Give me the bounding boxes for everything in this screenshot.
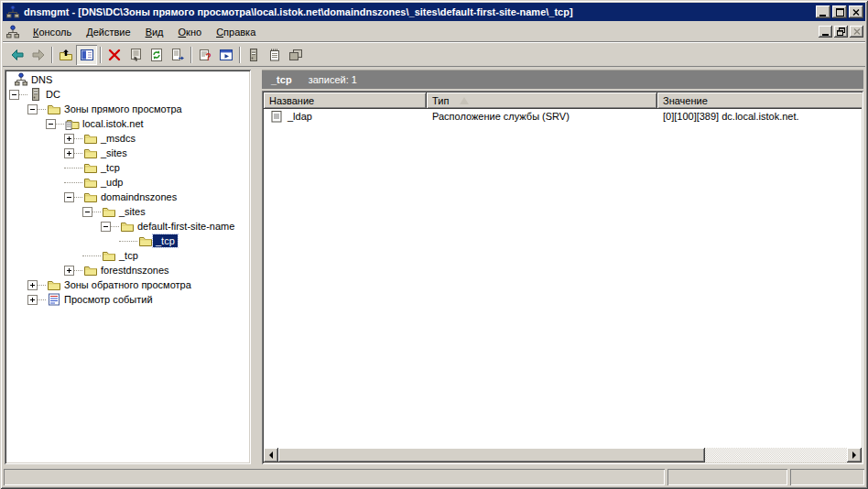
toolbar-separator (100, 47, 101, 63)
column-header-label: Тип (432, 95, 449, 106)
refresh-icon (149, 48, 164, 62)
scrollbar-track[interactable] (278, 448, 847, 462)
expander-expand-icon[interactable] (27, 280, 38, 290)
tree-item-_udp[interactable]: _udp (5, 175, 251, 190)
folder-icon (47, 277, 61, 292)
tree-item-_sites[interactable]: _sites (5, 146, 251, 160)
event-icon (47, 292, 61, 307)
record-list: НазваниеТипЗначение _ldapРасположение сл… (262, 91, 863, 464)
show-hide-console-tree-icon (80, 48, 94, 62)
status-panel-3 (790, 469, 864, 485)
forward-button[interactable] (27, 45, 49, 65)
record-name: _ldap (288, 111, 312, 122)
forward-icon (31, 48, 46, 62)
menu-item-action[interactable]: Действие (79, 24, 137, 40)
copy-folders-button[interactable] (285, 45, 306, 65)
list-body: _ldapРасположение службы (SRV)[0][100][3… (264, 109, 862, 448)
record-type-cell: Расположение службы (SRV) (427, 109, 657, 124)
server-icon (246, 48, 261, 62)
show-window-button[interactable] (215, 45, 236, 65)
column-header-1[interactable]: Тип (427, 92, 657, 109)
child-restore-button[interactable] (834, 26, 848, 38)
tree-item-_tcp[interactable]: _tcp (5, 160, 251, 175)
tree-item-label: DNS (28, 73, 55, 86)
tree-item-_sites[interactable]: _sites (5, 204, 251, 219)
delete-icon (107, 48, 122, 62)
tree-item-label: local.istok.net (80, 117, 146, 130)
column-header-label: Значение (663, 95, 708, 106)
dns-root-icon (14, 72, 28, 87)
folder-icon (102, 248, 116, 263)
tree-item-dc[interactable]: DC (5, 87, 251, 102)
tree-item--[interactable]: Зоны прямого просмотра (5, 102, 251, 116)
expander-collapse-icon[interactable] (64, 192, 74, 202)
folder-icon (47, 102, 61, 116)
menu-item-view[interactable]: Вид (138, 24, 171, 40)
show-hide-console-tree-button[interactable] (76, 45, 97, 65)
expander-collapse-icon[interactable] (82, 207, 92, 217)
tree-item-forestdnszones[interactable]: forestdnszones (5, 263, 251, 277)
tree-item-label: domaindnszones (98, 190, 179, 203)
tree-item-_tcp[interactable]: _tcp (5, 248, 251, 263)
scrollbar-thumb[interactable] (278, 448, 705, 462)
expander-expand-icon[interactable] (27, 295, 38, 305)
scroll-left-button[interactable] (264, 448, 278, 462)
minimize-button[interactable] (816, 5, 830, 18)
menu-item-window[interactable]: Окно (171, 24, 210, 40)
notepad-button[interactable] (264, 45, 285, 65)
tree-item-_msdcs[interactable]: _msdcs (5, 131, 251, 146)
close-button[interactable] (849, 5, 863, 18)
properties-button[interactable] (125, 45, 146, 65)
up-one-level-button[interactable] (55, 45, 76, 65)
result-header-record-count: записей: 1 (309, 74, 357, 85)
back-icon (10, 48, 25, 62)
status-panel-main (4, 469, 665, 485)
column-header-0[interactable]: Название (264, 92, 427, 109)
tree-item-label: _msdcs (98, 132, 138, 145)
toolbar-separator (239, 47, 240, 63)
refresh-button[interactable] (146, 45, 167, 65)
tree-item-label: _udp (98, 176, 125, 189)
tree-item-domaindnszones[interactable]: domaindnszones (5, 190, 251, 204)
app-icon (5, 5, 20, 19)
folder-icon (102, 204, 116, 219)
toolbar: ? (3, 42, 865, 67)
tree-item-_tcp[interactable]: _tcp (5, 234, 251, 248)
expander-collapse-icon[interactable] (27, 104, 38, 114)
expander-collapse-icon[interactable] (101, 222, 111, 232)
server-button[interactable] (243, 45, 264, 65)
column-header-2[interactable]: Значение (657, 92, 862, 109)
child-close-button[interactable] (850, 26, 863, 38)
tree-item-label: _tcp (98, 161, 123, 174)
window-title: dnsmgmt - [DNS\DC\Зоны прямого просмотра… (24, 6, 812, 17)
scroll-left-arrow-icon (269, 451, 273, 459)
server-icon (28, 87, 43, 102)
tree-item-label: _tcp (153, 234, 178, 247)
tree-item-default-first-site-name[interactable]: default-first-site-name (5, 219, 251, 234)
title-bar: dnsmgmt - [DNS\DC\Зоны прямого просмотра… (3, 3, 865, 21)
record-row[interactable]: _ldapРасположение службы (SRV)[0][100][3… (264, 109, 862, 124)
expander-expand-icon[interactable] (64, 134, 74, 144)
export-list-button[interactable] (167, 45, 188, 65)
delete-button[interactable] (103, 45, 125, 65)
child-minimize-button[interactable] (819, 26, 832, 38)
help-button[interactable]: ? (194, 45, 215, 65)
horizontal-scrollbar[interactable] (264, 448, 862, 462)
tree-item--[interactable]: Просмотр событий (5, 292, 251, 307)
scroll-right-button[interactable] (847, 448, 862, 462)
expander-collapse-icon[interactable] (46, 119, 56, 129)
list-column-headers: НазваниеТипЗначение (264, 92, 862, 109)
tree-item--[interactable]: Зоны обратного просмотра (5, 277, 251, 292)
tree-item-dns[interactable]: DNS (5, 72, 251, 87)
expander-expand-icon[interactable] (64, 148, 74, 158)
back-button[interactable] (6, 45, 27, 65)
expander-collapse-icon[interactable] (9, 90, 19, 100)
pane-splitter[interactable] (251, 70, 262, 464)
maximize-button[interactable] (832, 5, 847, 18)
menu-item-help[interactable]: Справка (209, 24, 263, 40)
tree-item-label: forestdnszones (98, 264, 172, 277)
menu-item-console[interactable]: Консоль (26, 24, 79, 40)
tree-item-local-istok-net[interactable]: local.istok.net (5, 116, 251, 131)
expander-expand-icon[interactable] (64, 266, 74, 276)
result-pane: _tcp записей: 1 НазваниеТипЗначение _lda… (262, 70, 863, 464)
